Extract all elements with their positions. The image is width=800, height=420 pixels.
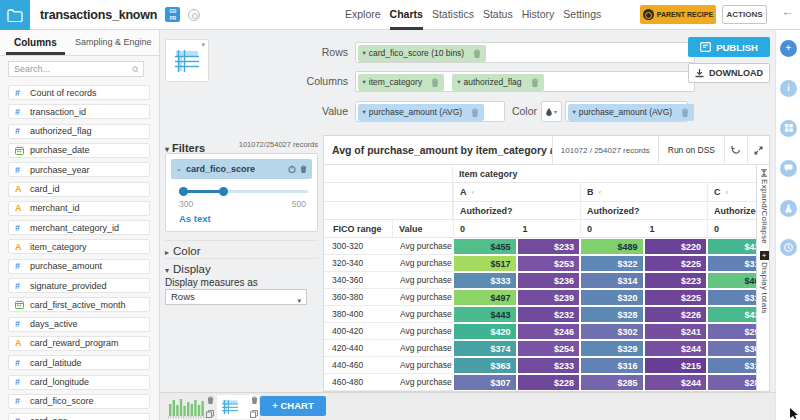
columns-field[interactable]: ▾item_category▾authorized_flag	[355, 71, 695, 92]
pivot-cell[interactable]: $244	[644, 340, 708, 357]
duplicate-chart-icon[interactable]	[206, 410, 214, 418]
pivot-cell[interactable]: $333	[453, 272, 517, 289]
pivot-cell[interactable]: $232	[517, 306, 581, 323]
schema-icon[interactable]	[780, 120, 797, 137]
pivot-cell[interactable]: $233	[517, 238, 581, 255]
column-item-card-latitude[interactable]: #card_latitude	[8, 355, 150, 370]
column-item-card-reward-program[interactable]: Acard_reward_program	[8, 336, 150, 351]
pivot-cell[interactable]: $489	[580, 238, 644, 255]
filters-section[interactable]: ▾ Filters 101072/254027 records	[165, 138, 318, 151]
chart-thumbnail-histogram[interactable]	[168, 395, 215, 419]
pivot-cell[interactable]: $223	[644, 272, 708, 289]
pivot-cell[interactable]: $241	[644, 323, 708, 340]
discussions-icon[interactable]	[780, 160, 797, 177]
pivot-cell[interactable]: $228	[517, 374, 581, 391]
trash-icon[interactable]	[681, 108, 689, 117]
pivot-cell[interactable]: $455	[453, 238, 517, 255]
column-item-merchant-category-id[interactable]: #merchant_category_id	[8, 220, 150, 235]
display-totals-tab[interactable]: + Display totals	[757, 251, 770, 314]
pivot-cell[interactable]: $328	[580, 306, 644, 323]
pivot-cell[interactable]: $363	[453, 357, 517, 374]
pivot-cell[interactable]: $225	[644, 289, 708, 306]
column-item-transaction-id[interactable]: #transaction_id	[8, 104, 150, 119]
pivot-cell[interactable]: $420	[453, 323, 517, 340]
value-field[interactable]: ▾purchase_amount (AVG)	[355, 101, 505, 122]
pivot-cell[interactable]: $246	[517, 323, 581, 340]
column-item-item-category[interactable]: Aitem_category	[8, 239, 150, 254]
gdpr-badge[interactable]: GDPR	[165, 7, 180, 22]
column-item-purchase-date[interactable]: purchase_date	[8, 143, 150, 158]
expand-collapse-tab[interactable]: Expand/Collapse	[757, 169, 770, 244]
pivot-cell[interactable]: $220	[644, 238, 708, 255]
pivot-cell[interactable]: $497	[453, 289, 517, 306]
pivot-cell[interactable]: $254	[517, 340, 581, 357]
delete-chart-icon[interactable]	[207, 396, 214, 404]
nav-tab-charts[interactable]: Charts	[390, 0, 423, 30]
filter-chip-header[interactable]: ⌄ card_fico_score	[171, 159, 312, 179]
pivot-cell[interactable]: $239	[517, 289, 581, 306]
nav-tab-history[interactable]: History	[522, 0, 555, 30]
trash-icon[interactable]	[431, 78, 439, 87]
color-mode-selector[interactable]: ▾	[541, 101, 562, 122]
column-item-card-longitude[interactable]: #card_longitude	[8, 375, 150, 390]
rows-pill[interactable]: ▾card_fico_score (10 bins)	[358, 45, 487, 62]
pivot-group-B[interactable]: B‹	[580, 183, 707, 202]
color-section[interactable]: ▸Color	[165, 240, 318, 257]
pivot-cell[interactable]: $316	[580, 357, 644, 374]
as-text-link[interactable]: As text	[179, 213, 211, 224]
delete-chart-icon[interactable]	[251, 396, 258, 404]
nav-tab-settings[interactable]: Settings	[563, 0, 601, 30]
download-button[interactable]: DOWNLOAD	[688, 63, 770, 83]
publish-button[interactable]: PUBLISH	[688, 37, 770, 57]
pivot-cell[interactable]: $253	[517, 255, 581, 272]
column-item-card-first-active-month[interactable]: card_first_active_month	[8, 297, 150, 312]
nav-tab-explore[interactable]: Explore	[345, 0, 381, 30]
timeline-icon[interactable]	[780, 239, 797, 256]
pivot-cell[interactable]: $244	[644, 374, 708, 391]
plus-icon[interactable]: +	[780, 40, 797, 57]
pivot-cell[interactable]: $226	[644, 306, 708, 323]
navigator-icon[interactable]	[188, 9, 200, 21]
tab-columns[interactable]: Columns	[14, 30, 57, 55]
column-item-count-of-records[interactable]: #Count of records	[8, 85, 150, 100]
trash-icon[interactable]	[471, 108, 479, 117]
column-item-card-age[interactable]: #card_age	[8, 413, 150, 420]
column-item-signature-provided[interactable]: #signature_provided	[8, 278, 150, 293]
slider-handle-left[interactable]	[179, 187, 188, 196]
nav-tab-statistics[interactable]: Statistics	[432, 0, 474, 30]
pivot-cell[interactable]: $374	[453, 340, 517, 357]
trash-icon[interactable]	[531, 78, 539, 87]
column-item-purchase-amount[interactable]: #purchase_amount	[8, 259, 150, 274]
pivot-cell[interactable]: $314	[580, 272, 644, 289]
nav-tab-status[interactable]: Status	[483, 0, 513, 30]
trash-icon[interactable]	[473, 49, 481, 58]
refresh-icon[interactable]	[724, 136, 747, 165]
tab-sampling-engine[interactable]: Sampling & Engine	[75, 30, 152, 55]
parent-recipe-button[interactable]: PARENT RECIPE	[640, 5, 716, 24]
lab-icon[interactable]	[780, 200, 797, 217]
column-item-card-id[interactable]: Acard_id	[8, 182, 150, 197]
pivot-cell[interactable]: $517	[453, 255, 517, 272]
slider-handle-right[interactable]	[219, 187, 228, 196]
chart-type-picker[interactable]: ▾	[165, 39, 209, 82]
column-item-card-fico-score[interactable]: #card_fico_score	[8, 394, 150, 409]
pivot-cell[interactable]: $322	[580, 255, 644, 272]
column-item-purchase-year[interactable]: #purchase_year	[8, 162, 150, 177]
pivot-cell[interactable]: $233	[517, 357, 581, 374]
pivot-cell[interactable]: $215	[644, 357, 708, 374]
fico-range-slider[interactable]	[179, 187, 308, 196]
actions-button[interactable]: ACTIONS	[722, 5, 767, 24]
info-icon[interactable]: i	[780, 80, 797, 97]
color-field[interactable]: ▾purchase_amount (AVG)	[565, 101, 688, 122]
column-item-days-active[interactable]: #days_active	[8, 317, 150, 332]
pivot-cell[interactable]: $443	[453, 306, 517, 323]
color-pill[interactable]: ▾purchase_amount (AVG)	[568, 104, 695, 121]
dataset-icon[interactable]	[0, 0, 30, 30]
collapse-panel-icon[interactable]: ←	[781, 4, 794, 19]
pivot-cell[interactable]: $302	[580, 323, 644, 340]
pivot-cell[interactable]: $307	[453, 374, 517, 391]
trash-icon[interactable]	[300, 165, 307, 173]
display-section[interactable]: ▾Display	[165, 258, 318, 275]
value-pill[interactable]: ▾purchase_amount (AVG)	[358, 104, 485, 121]
column-item-authorized-flag[interactable]: #authorized_flag	[8, 124, 150, 139]
